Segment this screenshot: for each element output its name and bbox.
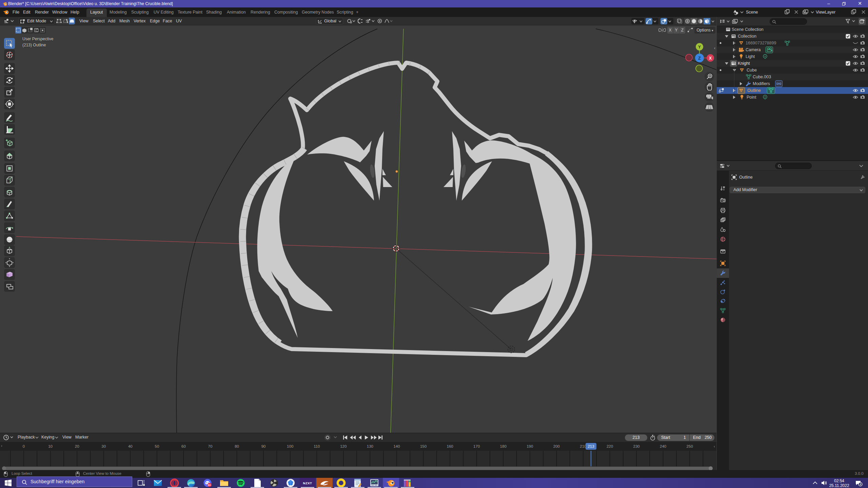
svg-text:250: 250 (687, 444, 693, 448)
svg-text:220: 220 (607, 444, 613, 448)
svg-text:40: 40 (128, 444, 133, 448)
svg-text:Z: Z (698, 56, 701, 61)
svg-text:20: 20 (75, 444, 79, 448)
svg-text:30: 30 (101, 444, 106, 448)
svg-text:230: 230 (633, 444, 640, 448)
svg-text:90: 90 (261, 444, 266, 448)
svg-text:60: 60 (181, 444, 186, 448)
svg-text:140: 140 (393, 444, 400, 448)
svg-text:9+: 9+ (208, 484, 211, 487)
svg-text:70: 70 (208, 444, 213, 448)
svg-text:160: 160 (447, 444, 453, 448)
svg-text:180: 180 (500, 444, 507, 448)
svg-text:210: 210 (580, 444, 586, 448)
svg-text:190: 190 (527, 444, 533, 448)
svg-text:Y: Y (698, 45, 701, 49)
svg-text:‹: ‹ (714, 46, 715, 50)
svg-text:NZXT: NZXT (303, 481, 312, 485)
svg-text:240: 240 (660, 444, 666, 448)
svg-text:120: 120 (340, 444, 347, 448)
svg-text:200: 200 (553, 444, 560, 448)
svg-text:0: 0 (23, 444, 25, 448)
svg-text:110: 110 (314, 444, 320, 448)
svg-text:150: 150 (420, 444, 427, 448)
svg-text:‹: ‹ (714, 444, 715, 448)
svg-text:4: 4 (860, 483, 861, 486)
svg-text:130: 130 (367, 444, 373, 448)
svg-text:10: 10 (48, 444, 53, 448)
svg-text:50: 50 (155, 444, 159, 448)
svg-text:213: 213 (588, 444, 594, 448)
svg-text:X: X (709, 56, 712, 61)
svg-text:80: 80 (235, 444, 239, 448)
svg-text:100: 100 (287, 444, 293, 448)
svg-text:170: 170 (473, 444, 480, 448)
